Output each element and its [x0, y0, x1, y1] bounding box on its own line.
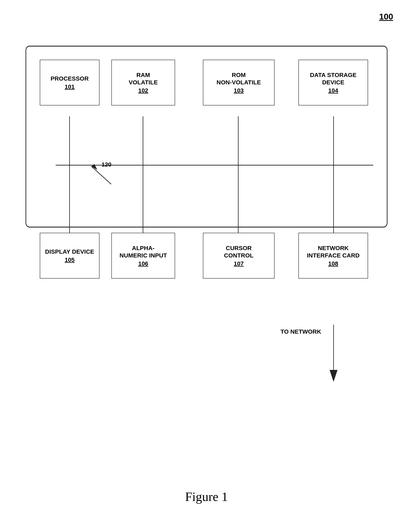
page-number: 100: [379, 12, 393, 21]
alpha-label: ALPHA-NUMERIC INPUT: [120, 244, 167, 259]
display-number: 105: [65, 256, 75, 263]
ram-label: RAMVOLATILE: [129, 71, 158, 86]
processor-box: PROCESSOR 101: [40, 60, 99, 105]
alpha-number: 106: [138, 260, 148, 267]
data-storage-label: DATA STORAGEDEVICE: [310, 71, 357, 86]
data-storage-box: DATA STORAGEDEVICE 104: [298, 60, 368, 105]
display-label: DISPLAY DEVICE: [45, 248, 94, 256]
processor-label: PROCESSOR: [51, 75, 89, 82]
bus-label: 120: [102, 161, 111, 168]
processor-number: 101: [65, 83, 75, 90]
figure-caption: Figure 1: [0, 489, 413, 504]
diagram-container: PROCESSOR 101 RAMVOLATILE 102 ROMNON-VOL…: [24, 44, 389, 448]
data-storage-number: 104: [328, 87, 338, 94]
cursor-number: 107: [234, 260, 244, 267]
ram-box: RAMVOLATILE 102: [111, 60, 175, 105]
to-network-label: TO NETWORK: [281, 328, 321, 335]
cursor-box: CURSORCONTROL 107: [203, 233, 274, 278]
nic-number: 108: [328, 260, 338, 267]
ram-number: 102: [138, 87, 148, 94]
display-box: DISPLAY DEVICE 105: [40, 233, 99, 278]
rom-number: 103: [234, 87, 244, 94]
nic-label: NETWORKINTERFACE CARD: [307, 244, 359, 259]
nic-box: NETWORKINTERFACE CARD 108: [298, 233, 368, 278]
svg-marker-11: [330, 370, 338, 382]
svg-line-12: [91, 166, 111, 184]
alpha-box: ALPHA-NUMERIC INPUT 106: [111, 233, 175, 278]
rom-label: ROMNON-VOLATILE: [217, 71, 261, 86]
cursor-label: CURSORCONTROL: [224, 244, 253, 259]
rom-box: ROMNON-VOLATILE 103: [203, 60, 274, 105]
